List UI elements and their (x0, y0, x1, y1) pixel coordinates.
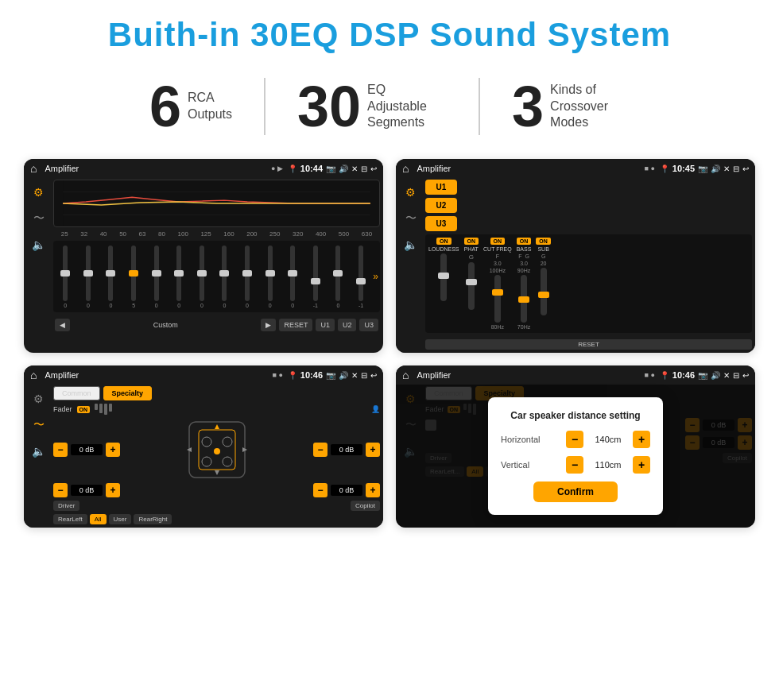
rearright-btn[interactable]: RearRight (134, 514, 172, 524)
cutfreq-slider[interactable] (494, 275, 501, 323)
u3-button-1[interactable]: U3 (359, 319, 378, 331)
location-icon-3: 📍 (288, 371, 297, 380)
close-icon-3[interactable]: ✕ (351, 371, 358, 380)
back-icon-3[interactable]: ↩ (370, 371, 377, 380)
eq-slider-4: 0 (145, 246, 167, 308)
close-icon-2[interactable]: ✕ (723, 164, 730, 173)
wave-icon[interactable]: 〜 (30, 208, 48, 229)
vol-minus-right-2[interactable]: − (313, 483, 327, 497)
camera-icon-2: 📷 (698, 164, 707, 173)
copilot-btn[interactable]: Copilot (351, 501, 380, 511)
vol-minus-left-1[interactable]: − (53, 443, 68, 457)
minimize-icon-2[interactable]: ⊟ (733, 164, 739, 173)
user-btn[interactable]: User (109, 514, 132, 524)
horizontal-minus[interactable]: − (566, 431, 583, 448)
sub-label: SUB (537, 246, 548, 252)
cutfreq-on: ON (490, 238, 506, 245)
prev-button[interactable]: ◀ (55, 319, 70, 331)
vol-plus-left-1[interactable]: + (106, 443, 120, 457)
phat-slider[interactable] (468, 262, 475, 310)
eq-icon-3[interactable]: ⚙ (30, 389, 47, 408)
close-icon-4[interactable]: ✕ (723, 371, 730, 380)
vol-minus-left-2[interactable]: − (53, 483, 68, 497)
driver-btn[interactable]: Driver (53, 501, 79, 511)
minimize-icon-3[interactable]: ⊟ (361, 371, 367, 380)
speaker-icon-3[interactable]: 🔈 (29, 442, 48, 461)
reset-button-2[interactable]: RESET (425, 339, 752, 350)
loudness-slider[interactable] (440, 253, 447, 301)
slider-track-11[interactable] (313, 246, 318, 301)
horizontal-label: Horizontal (501, 435, 541, 444)
minimize-icon-4[interactable]: ⊟ (733, 371, 739, 380)
u2-button-1[interactable]: U2 (338, 319, 357, 331)
vol-plus-left-2[interactable]: + (106, 483, 120, 497)
reset-button-1[interactable]: RESET (279, 319, 312, 331)
close-icon-1[interactable]: ✕ (351, 164, 358, 173)
u1-button-1[interactable]: U1 (316, 319, 335, 331)
wave-icon-2[interactable]: 〜 (402, 208, 420, 229)
back-icon-4[interactable]: ↩ (742, 371, 749, 380)
bass-slider[interactable] (521, 275, 527, 323)
slider-track-1[interactable] (86, 246, 91, 301)
minimize-icon-1[interactable]: ⊟ (361, 164, 367, 173)
sub-slider[interactable] (541, 268, 547, 315)
slider-track-13[interactable] (358, 246, 363, 301)
status-bar-4: ⌂ Amplifier ■ ● 📍 10:46 📷 🔊 ✕ ⊟ ↩ (396, 365, 755, 385)
expand-arrows[interactable]: » (373, 271, 378, 282)
slider-track-8[interactable] (245, 246, 250, 301)
slider-track-5[interactable] (176, 246, 181, 301)
vertical-minus[interactable]: − (566, 456, 583, 474)
slider-track-2[interactable] (108, 246, 113, 301)
vertical-control: − 110cm + (566, 456, 650, 474)
dialog-vertical-row: Vertical − 110cm + (501, 456, 650, 474)
home-icon-1[interactable]: ⌂ (30, 162, 37, 175)
slider-track-0[interactable] (63, 246, 68, 301)
amp-content: U1 U2 U3 ON LOUDNESS (425, 180, 752, 350)
rearleft-btn[interactable]: RearLeft (53, 514, 87, 524)
vertical-plus[interactable]: + (633, 456, 650, 474)
slider-track-3[interactable] (131, 246, 136, 301)
svg-marker-11 (215, 424, 219, 429)
camera-icon-4: 📷 (698, 371, 707, 380)
screen-dialog: ⌂ Amplifier ■ ● 📍 10:46 📷 🔊 ✕ ⊟ ↩ ⚙ (396, 365, 755, 528)
vol-plus-right-1[interactable]: + (366, 443, 380, 457)
eq-filter-icon[interactable]: ⚙ (30, 183, 47, 202)
vol-plus-right-2[interactable]: + (366, 483, 380, 497)
eq-slider-13: -1 (351, 246, 372, 308)
wave-icon-3[interactable]: 〜 (30, 415, 48, 435)
time-2: 10:45 (672, 164, 695, 173)
volume-icon-4: 🔊 (711, 371, 720, 380)
play-button[interactable]: ▶ (261, 319, 276, 331)
preset-buttons: U1 U2 U3 (425, 180, 457, 231)
slider-track-6[interactable] (200, 246, 204, 301)
record-icon-4: ■ ● (644, 371, 654, 379)
all-btn[interactable]: All (90, 514, 107, 524)
time-1: 10:44 (300, 164, 323, 173)
home-icon-2[interactable]: ⌂ (402, 162, 409, 175)
u3-preset[interactable]: U3 (425, 216, 457, 231)
slider-track-9[interactable] (268, 246, 273, 301)
vol-left-2: − 0 dB + (53, 483, 120, 497)
eq-icon-2[interactable]: ⚙ (402, 183, 419, 202)
home-icon-3[interactable]: ⌂ (30, 369, 37, 381)
slider-track-10[interactable] (290, 246, 295, 301)
bass-section: ON BASS FG 3.0 90Hz 70Hz (517, 238, 532, 330)
horizontal-plus[interactable]: + (633, 431, 650, 448)
vol-minus-right-1[interactable]: − (313, 443, 327, 457)
back-icon-1[interactable]: ↩ (370, 164, 377, 173)
specialty-tab[interactable]: Specialty (103, 386, 153, 400)
slider-track-7[interactable] (222, 246, 227, 301)
expand-icon[interactable]: » (373, 271, 378, 282)
confirm-button[interactable]: Confirm (533, 481, 618, 502)
speaker-icon-2[interactable]: 🔈 (401, 235, 421, 254)
preset-row: Driver Copilot (53, 501, 380, 511)
common-tab[interactable]: Common (53, 386, 100, 400)
home-icon-4[interactable]: ⌂ (402, 369, 409, 381)
slider-track-12[interactable] (335, 246, 340, 301)
speaker-icon[interactable]: 🔈 (29, 235, 48, 254)
slider-track-4[interactable] (154, 246, 159, 301)
u1-preset[interactable]: U1 (425, 180, 457, 195)
back-icon-2[interactable]: ↩ (742, 164, 749, 173)
u2-preset[interactable]: U2 (425, 198, 457, 213)
vol-right-1: − 0 dB + (313, 443, 380, 457)
